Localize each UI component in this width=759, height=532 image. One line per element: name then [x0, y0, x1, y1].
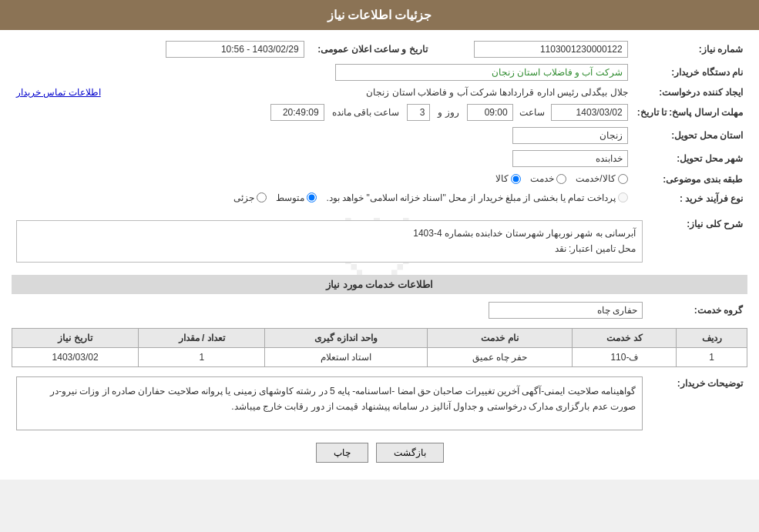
category-kala-khedmat-label: کالا/خدمت [576, 173, 615, 184]
requester-label: ایجاد کننده درخواست: [633, 84, 747, 101]
table-row: 1 ف-110 حفر چاه عمیق استاد استعلام 1 140… [12, 347, 747, 366]
process-option-motavasset[interactable]: متوسط [276, 192, 317, 203]
page-title: جزئیات اطلاعات نیاز [327, 8, 432, 22]
cell-count: 1 [139, 347, 265, 366]
process-motavasset-label: متوسط [276, 192, 304, 203]
service-group-label: گروه خدمت: [647, 299, 747, 322]
category-option-kala-khedmat[interactable]: کالا/خدمت [576, 173, 627, 184]
category-option-kala[interactable]: کالا [495, 173, 521, 184]
announce-date-value: 1403/02/29 - 10:56 [166, 41, 304, 58]
page-header: جزئیات اطلاعات نیاز [0, 0, 759, 30]
notes-table: توضیحات خریدار: گواهینامه صلاحیت ایمنی-آ… [12, 373, 747, 433]
announce-date-label: تاریخ و ساعت اعلان عمومی: [309, 38, 432, 61]
process-note-label: پرداخت تمام یا بخشی از مبلغ خریدار از مح… [326, 192, 615, 203]
service-group-table: گروه خدمت: حفاری چاه [12, 299, 747, 322]
col-header-code: کد خدمت [573, 328, 677, 347]
process-jozee-label: جزئی [233, 192, 254, 203]
city-label: شهر محل تحویل: [633, 147, 747, 170]
response-date: 1403/03/02 [551, 104, 628, 121]
col-header-count: تعداد / مقدار [139, 328, 265, 347]
category-khedmat-label: خدمت [530, 173, 554, 184]
response-deadline-label: مهلت ارسال پاسخ: تا تاریخ: [633, 101, 747, 124]
cell-code: ف-110 [573, 347, 677, 366]
buyer-name-label: نام دستگاه خریدار: [633, 61, 747, 84]
buyer-name-value: شرکت آب و فاضلاب استان زنجان [335, 64, 628, 81]
description-line1: آبرسانی به شهر نوربهار شهرستان خدابنده ب… [23, 226, 636, 241]
response-time: 09:00 [467, 104, 513, 121]
response-remaining: 20:49:09 [270, 104, 324, 121]
category-option-khedmat[interactable]: خدمت [530, 173, 566, 184]
services-data-table: ردیف کد خدمت نام خدمت واحد اندازه گیری ت… [12, 328, 747, 367]
response-time-label: ساعت [519, 107, 545, 118]
process-option-note: پرداخت تمام یا بخشی از مبلغ خریدار از مح… [326, 192, 627, 203]
response-remaining-label: ساعت باقی مانده [332, 107, 400, 118]
description-table: شرح کلی نیاز: آبرسانی به شهر نوربهار شهر… [12, 214, 747, 269]
niyaz-number-label: شماره نیاز: [633, 38, 747, 61]
requester-value: جلال بیگدلی رئیس اداره قراردادها شرکت آب… [366, 87, 627, 98]
category-radio-group: کالا/خدمت خدمت کالا [495, 173, 627, 184]
back-button[interactable]: بازگشت [376, 443, 444, 463]
province-label: استان محل تحویل: [633, 124, 747, 147]
category-label: طبقه بندی موضوعی: [633, 170, 747, 189]
response-days-label: روز و [438, 107, 458, 118]
col-header-unit: واحد اندازه گیری [265, 328, 427, 347]
description-line2: محل تامین اعتبار: نقد [23, 241, 636, 256]
cell-name: حفر چاه عمیق [427, 347, 573, 366]
col-header-date: تاریخ نیاز [12, 328, 139, 347]
main-info-table: شماره نیاز: 1103001230000122 تاریخ و ساع… [12, 38, 747, 208]
description-label: شرح کلی نیاز: [647, 214, 747, 269]
button-row: بازگشت چاپ [12, 443, 747, 463]
cell-unit: استاد استعلام [265, 347, 427, 366]
description-box: آبرسانی به شهر نوربهار شهرستان خدابنده ب… [16, 220, 643, 263]
service-group-value: حفاری چاه [489, 302, 643, 319]
category-kala-label: کالا [495, 173, 509, 184]
process-label: نوع فرآیند خرید : [633, 189, 747, 209]
city-value: خدابنده [512, 150, 628, 167]
contact-link[interactable]: اطلاعات تماس خریدار [16, 87, 101, 98]
process-option-jozee[interactable]: جزئی [233, 192, 267, 203]
province-value: زنجان [512, 127, 628, 144]
response-days: 3 [407, 104, 430, 121]
notes-box: گواهینامه صلاحیت ایمنی-آگهی آخرین تغییرا… [16, 376, 643, 430]
col-header-row: ردیف [677, 328, 747, 347]
notes-label: توضیحات خریدار: [647, 373, 747, 433]
process-radio-group: پرداخت تمام یا بخشی از مبلغ خریدار از مح… [233, 192, 627, 203]
col-header-name: نام خدمت [427, 328, 573, 347]
niyaz-number-value: 1103001230000122 [474, 41, 628, 58]
services-section-title: اطلاعات خدمات مورد نیاز [12, 275, 747, 294]
cell-date: 1403/03/02 [12, 347, 139, 366]
print-button[interactable]: چاپ [316, 443, 368, 463]
cell-row: 1 [677, 347, 747, 366]
